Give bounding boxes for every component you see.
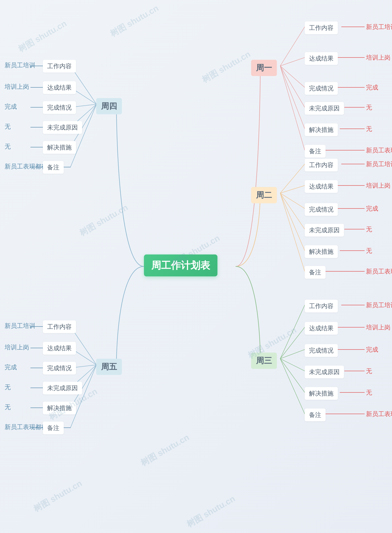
tuesday-item-3: 完成情况: [305, 203, 338, 216]
monday-value-6: 新员工表现都很好: [366, 146, 392, 155]
svg-line-24: [280, 305, 305, 359]
friday-item-2: 达成结果: [43, 342, 76, 355]
monday-item-1: 工作内容: [305, 21, 338, 34]
svg-line-4: [280, 66, 305, 87]
thursday-value-5: 无: [5, 142, 11, 151]
friday-value-2: 培训上岗: [5, 343, 29, 352]
day-monday: 周一: [251, 60, 277, 76]
wednesday-item-5: 解决措施: [305, 387, 338, 400]
thursday-item-6: 备注: [43, 161, 64, 174]
svg-line-20: [280, 193, 305, 251]
watermark-10: 树图 shutu.cn: [185, 493, 237, 530]
tuesday-value-6: 新员工表现都很好: [366, 267, 392, 276]
tuesday-item-4: 未完成原因: [305, 224, 344, 237]
monday-value-4: 无: [366, 103, 372, 112]
monday-item-5: 解决措施: [305, 124, 338, 136]
tuesday-item-2: 达成结果: [305, 180, 338, 193]
svg-line-2: [280, 57, 305, 66]
thursday-value-2: 培训上岗: [5, 82, 29, 91]
svg-line-8: [280, 66, 305, 129]
monday-value-3: 完成: [366, 83, 378, 92]
thursday-item-1: 工作内容: [43, 60, 76, 72]
day-tuesday: 周二: [251, 187, 277, 203]
wednesday-value-4: 无: [366, 367, 372, 375]
thursday-item-3: 完成情况: [43, 101, 76, 114]
svg-line-26: [280, 327, 305, 359]
svg-line-16: [280, 193, 305, 209]
svg-line-0: [280, 27, 305, 66]
friday-item-6: 备注: [43, 422, 64, 434]
svg-line-10: [280, 66, 305, 150]
svg-line-12: [280, 164, 305, 193]
watermark-2: 树图 shutu.cn: [108, 2, 161, 39]
watermark-3: 树图 shutu.cn: [200, 48, 252, 85]
tuesday-value-5: 无: [366, 247, 372, 255]
thursday-value-1: 新员工培训: [5, 61, 35, 69]
watermark-4: 树图 shutu.cn: [77, 202, 130, 239]
friday-item-1: 工作内容: [43, 320, 76, 333]
svg-line-6: [280, 66, 305, 107]
wednesday-value-2: 培训上岗: [366, 323, 391, 332]
svg-line-34: [280, 359, 305, 414]
wednesday-item-3: 完成情况: [305, 344, 338, 357]
wednesday-value-1: 新员工培训: [366, 301, 392, 309]
tuesday-value-2: 培训上岗: [366, 181, 391, 190]
thursday-value-4: 无: [5, 122, 11, 131]
tuesday-value-3: 完成: [366, 204, 378, 213]
friday-value-3: 完成: [5, 363, 17, 371]
wednesday-item-1: 工作内容: [305, 300, 338, 312]
tuesday-item-1: 工作内容: [305, 159, 338, 171]
wednesday-value-3: 完成: [366, 345, 378, 354]
thursday-value-3: 完成: [5, 102, 17, 111]
wednesday-item-6: 备注: [305, 409, 326, 421]
watermark-7: 树图 shutu.cn: [139, 432, 191, 469]
wednesday-value-6: 新员工表现都很好: [366, 410, 392, 418]
wednesday-value-5: 无: [366, 388, 372, 397]
day-thursday: 周四: [96, 98, 122, 114]
central-node: 周工作计划表: [144, 254, 217, 276]
monday-item-2: 达成结果: [305, 52, 338, 65]
watermark-1: 树图 shutu.cn: [16, 18, 69, 55]
monday-item-3: 完成情况: [305, 82, 338, 95]
svg-line-22: [280, 193, 305, 271]
day-friday: 周五: [96, 359, 122, 375]
svg-line-28: [280, 349, 305, 359]
monday-value-2: 培训上岗: [366, 53, 391, 62]
svg-line-30: [280, 359, 305, 371]
friday-item-4: 未完成原因: [43, 382, 82, 395]
svg-line-14: [280, 186, 305, 193]
svg-line-18: [280, 193, 305, 229]
monday-item-6: 备注: [305, 145, 326, 157]
tuesday-item-6: 备注: [305, 266, 326, 279]
monday-value-5: 无: [366, 125, 372, 133]
svg-line-32: [280, 359, 305, 392]
friday-value-1: 新员工培训: [5, 322, 35, 330]
tuesday-value-1: 新员工培训: [366, 160, 392, 168]
monday-value-1: 新员工培训: [366, 23, 392, 31]
tuesday-item-5: 解决措施: [305, 245, 338, 258]
thursday-item-5: 解决措施: [43, 141, 76, 154]
tuesday-value-4: 无: [366, 225, 372, 233]
thursday-item-2: 达成结果: [43, 81, 76, 94]
friday-item-5: 解决措施: [43, 402, 76, 414]
thursday-item-4: 未完成原因: [43, 121, 82, 134]
friday-value-5: 无: [5, 403, 11, 411]
watermark-9: 树图 shutu.cn: [31, 478, 84, 515]
day-wednesday: 周三: [251, 352, 277, 369]
friday-value-4: 无: [5, 383, 11, 391]
friday-item-3: 完成情况: [43, 362, 76, 375]
wednesday-item-2: 达成结果: [305, 322, 338, 335]
wednesday-item-4: 未完成原因: [305, 366, 344, 378]
monday-item-4: 未完成原因: [305, 102, 344, 115]
